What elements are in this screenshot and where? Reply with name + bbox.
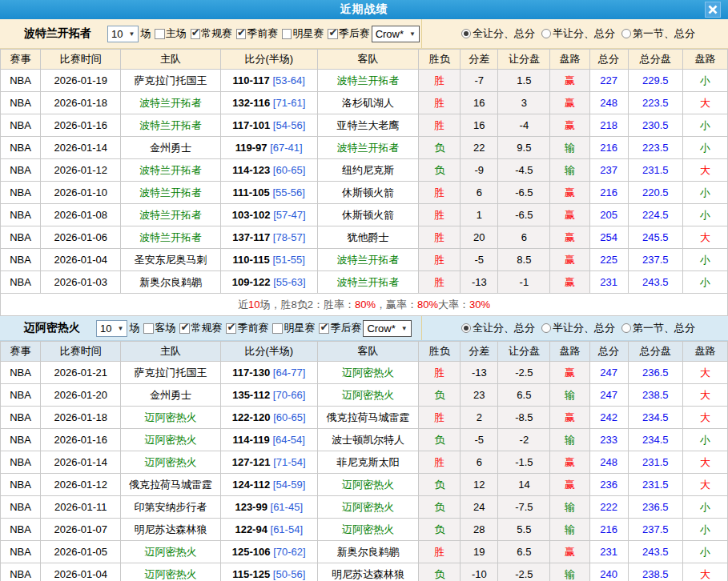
radio-odds-option-1[interactable] bbox=[461, 29, 471, 38]
cell-handicap-result: 赢 bbox=[550, 451, 589, 474]
cell-handicap-result: 赢 bbox=[550, 474, 589, 496]
column-header: 比赛时间 bbox=[41, 50, 121, 70]
half-score: [57-47] bbox=[273, 209, 305, 221]
checkbox-label: 季前赛 bbox=[237, 321, 268, 335]
cell-total-result: 小 bbox=[682, 496, 727, 519]
cell-home-team: 金州勇士 bbox=[121, 137, 220, 159]
radio-odds-option-1[interactable] bbox=[461, 323, 471, 333]
cell-point-diff: -5 bbox=[461, 429, 498, 451]
cell-handicap-result: 赢 bbox=[550, 541, 589, 563]
radio-odds-option-2[interactable] bbox=[541, 323, 551, 333]
close-button[interactable] bbox=[705, 2, 721, 18]
cell-total-line: 243.5 bbox=[628, 541, 682, 563]
half-score: [61-54] bbox=[271, 523, 303, 535]
full-score: 109-122 bbox=[232, 276, 271, 288]
table-row: NBA2026-01-04圣安东尼奥马刺110-115 [51-55]波特兰开拓… bbox=[1, 249, 728, 271]
checkbox-2[interactable] bbox=[179, 323, 190, 334]
dropdown-arrow-icon: ▼ bbox=[128, 30, 135, 38]
radio-odds-option-2[interactable] bbox=[541, 29, 551, 38]
cell-away-team: 纽约尼克斯 bbox=[317, 159, 418, 182]
half-score: [55-56] bbox=[272, 186, 304, 198]
table-header-row: 赛事比赛时间主队比分(半场)客队胜负分差让分盘盘路总分总分盘盘路 bbox=[1, 342, 728, 362]
cell-handicap-line: -1.5 bbox=[498, 451, 550, 474]
season-select[interactable]: Crow*▼ bbox=[363, 320, 411, 337]
cell-total-line: 231.5 bbox=[628, 451, 682, 474]
checkbox-label: 季前赛 bbox=[247, 26, 278, 41]
cell-date: 2026-01-18 bbox=[41, 92, 121, 114]
cell-handicap-line: -8.5 bbox=[498, 407, 550, 429]
radio-odds-option-3[interactable] bbox=[621, 29, 631, 38]
cell-total-line: 245.5 bbox=[628, 226, 682, 249]
checkbox-4[interactable] bbox=[272, 323, 283, 334]
cell-handicap-line: 5.5 bbox=[498, 519, 550, 541]
cell-date: 2026-01-07 bbox=[41, 519, 121, 541]
checkbox-4[interactable] bbox=[282, 29, 292, 39]
cell-date: 2026-01-12 bbox=[41, 474, 121, 496]
half-score: [50-56] bbox=[273, 568, 305, 580]
cell-date: 2026-01-04 bbox=[41, 563, 121, 581]
full-score: 125-106 bbox=[232, 546, 271, 558]
cell-handicap-result: 赢 bbox=[550, 92, 589, 114]
radio-label: 全让分、总分 bbox=[473, 321, 535, 335]
half-score: [54-56] bbox=[273, 119, 305, 131]
cell-handicap-line: 8.5 bbox=[498, 249, 550, 271]
cell-total-points: 222 bbox=[589, 496, 628, 519]
cell-score: 137-117 [78-57] bbox=[220, 226, 317, 249]
cell-total-points: 242 bbox=[589, 407, 628, 429]
cell-total-result: 小 bbox=[682, 70, 727, 92]
checkbox-1[interactable] bbox=[143, 323, 154, 334]
column-header: 胜负 bbox=[419, 342, 461, 362]
checkbox-1[interactable] bbox=[155, 29, 164, 39]
full-score: 124-112 bbox=[232, 479, 270, 491]
half-score: [71-54] bbox=[273, 456, 305, 468]
column-header: 分差 bbox=[461, 342, 498, 362]
half-score: [61-45] bbox=[271, 501, 303, 513]
checkbox-3[interactable] bbox=[226, 323, 236, 334]
checkbox-5[interactable] bbox=[328, 29, 337, 39]
cell-total-line: 243.5 bbox=[628, 271, 682, 294]
cell-total-points: 254 bbox=[589, 226, 628, 249]
team-name: 迈阿密热火 bbox=[24, 321, 80, 335]
cell-away-team: 菲尼克斯太阳 bbox=[317, 451, 418, 474]
table-row: NBA2026-01-03新奥尔良鹈鹕109-122 [55-63]波特兰开拓者… bbox=[1, 271, 728, 294]
cell-home-team: 波特兰开拓者 bbox=[121, 114, 220, 137]
cell-score: 110-117 [53-64] bbox=[220, 70, 317, 92]
cell-away-team: 波士顿凯尔特人 bbox=[317, 429, 418, 451]
results-table: 赛事比赛时间主队比分(半场)客队胜负分差让分盘盘路总分总分盘盘路NBA2026-… bbox=[0, 49, 728, 294]
cell-date: 2026-01-14 bbox=[41, 137, 121, 159]
cell-score: 124-112 [54-59] bbox=[220, 474, 317, 496]
full-score: 117-130 bbox=[232, 367, 270, 379]
cell-handicap-line: 6.5 bbox=[498, 384, 550, 407]
cell-league: NBA bbox=[1, 226, 41, 249]
cell-date: 2026-01-12 bbox=[41, 159, 121, 182]
table-row: NBA2026-01-14迈阿密热火127-121 [71-54]菲尼克斯太阳胜… bbox=[1, 451, 728, 474]
checkbox-2[interactable] bbox=[191, 29, 200, 39]
season-select[interactable]: Crow*▼ bbox=[372, 26, 420, 42]
cell-league: NBA bbox=[1, 92, 41, 114]
cell-away-team: 迈阿密热火 bbox=[317, 519, 418, 541]
cell-handicap-result: 赢 bbox=[550, 182, 589, 204]
cell-total-line: 238.5 bbox=[628, 563, 682, 581]
games-count-select[interactable]: 10▼ bbox=[107, 26, 139, 42]
cell-total-line: 231.5 bbox=[628, 159, 682, 182]
team-filter-controls: 波特兰开拓者10▼场主场常规赛季前赛明星赛季后赛Crow*▼ bbox=[0, 19, 422, 48]
checkbox-3[interactable] bbox=[236, 29, 246, 39]
cell-score: 125-106 [70-62] bbox=[220, 541, 317, 563]
cell-league: NBA bbox=[1, 384, 41, 407]
table-row: NBA2026-01-06波特兰开拓者137-117 [78-57]犹他爵士胜2… bbox=[1, 226, 728, 249]
cell-handicap-line: 6.5 bbox=[498, 541, 550, 563]
dropdown-arrow-icon: ▼ bbox=[409, 30, 416, 38]
column-header: 分差 bbox=[461, 50, 498, 70]
summary-part: 80% bbox=[355, 299, 376, 311]
full-score: 114-119 bbox=[233, 434, 270, 446]
column-header: 总分 bbox=[589, 50, 628, 70]
cell-point-diff: 6 bbox=[461, 451, 498, 474]
summary-part: 80% bbox=[417, 299, 438, 311]
games-count-select[interactable]: 10▼ bbox=[96, 320, 127, 337]
cell-total-points: 225 bbox=[589, 249, 628, 271]
cell-home-team: 波特兰开拓者 bbox=[121, 92, 220, 114]
radio-odds-option-3[interactable] bbox=[621, 323, 631, 333]
cell-handicap-result: 赢 bbox=[550, 70, 589, 92]
checkbox-5[interactable] bbox=[319, 323, 329, 334]
cell-handicap-result: 赢 bbox=[550, 114, 589, 137]
